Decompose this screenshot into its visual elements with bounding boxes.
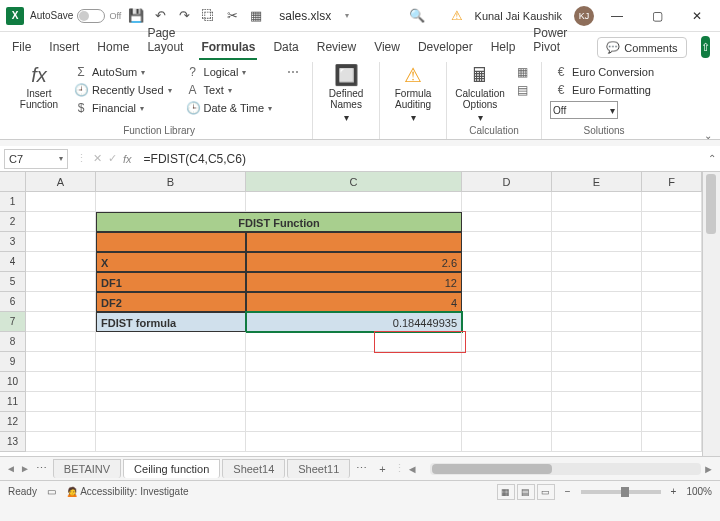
cell[interactable] <box>642 332 702 352</box>
cell[interactable] <box>26 412 96 432</box>
cell[interactable] <box>552 192 642 212</box>
cell[interactable] <box>642 192 702 212</box>
name-box[interactable]: C7▾ <box>4 149 68 169</box>
cell[interactable] <box>26 232 96 252</box>
enter-formula-icon[interactable]: ✓ <box>108 152 117 165</box>
col-header-e[interactable]: E <box>552 172 642 191</box>
cell[interactable] <box>96 332 246 352</box>
cell[interactable] <box>642 272 702 292</box>
cell[interactable] <box>552 232 642 252</box>
cell[interactable] <box>462 212 552 232</box>
normal-view-button[interactable]: ▦ <box>497 484 515 500</box>
euro-conversion-button[interactable]: €Euro Conversion <box>550 64 658 80</box>
cell-df1-value[interactable]: 12 <box>246 272 462 292</box>
tab-file[interactable]: File <box>10 36 33 60</box>
cell[interactable] <box>552 372 642 392</box>
tab-page-layout[interactable]: Page Layout <box>145 22 185 60</box>
cell[interactable] <box>552 272 642 292</box>
cell[interactable] <box>642 292 702 312</box>
formula-expand-icon[interactable]: ⌃ <box>704 153 720 164</box>
autosum-button[interactable]: ΣAutoSum ▾ <box>70 64 176 80</box>
row-header[interactable]: 13 <box>0 432 26 452</box>
date-time-button[interactable]: 🕒Date & Time ▾ <box>182 100 277 116</box>
row-header[interactable]: 6 <box>0 292 26 312</box>
fx-bar-icon[interactable]: fx <box>123 153 132 165</box>
defined-names-button[interactable]: 🔲 Defined Names ▾ <box>321 64 371 123</box>
cell[interactable] <box>552 292 642 312</box>
cell[interactable] <box>26 312 96 332</box>
recently-used-button[interactable]: 🕘Recently Used ▾ <box>70 82 176 98</box>
cell[interactable] <box>26 252 96 272</box>
col-header-b[interactable]: B <box>96 172 246 191</box>
cell[interactable] <box>96 232 246 252</box>
tab-help[interactable]: Help <box>489 36 518 60</box>
close-button[interactable]: ✕ <box>680 2 714 30</box>
col-header-f[interactable]: F <box>642 172 702 191</box>
row-header[interactable]: 8 <box>0 332 26 352</box>
cell[interactable] <box>26 272 96 292</box>
cell[interactable] <box>642 352 702 372</box>
warning-icon[interactable]: ⚠ <box>451 8 463 23</box>
cell[interactable] <box>462 372 552 392</box>
row-header[interactable]: 3 <box>0 232 26 252</box>
user-avatar[interactable]: KJ <box>574 6 594 26</box>
save-icon[interactable]: 💾 <box>127 7 145 25</box>
select-all-corner[interactable] <box>0 172 26 191</box>
cell-formula-label[interactable]: FDIST formula <box>96 312 246 332</box>
autosave-toggle[interactable]: AutoSave Off <box>30 9 121 23</box>
copy-icon[interactable]: ⿻ <box>199 7 217 25</box>
cell[interactable] <box>26 352 96 372</box>
zoom-out-button[interactable]: − <box>565 486 571 497</box>
cell[interactable] <box>552 352 642 372</box>
row-header[interactable]: 12 <box>0 412 26 432</box>
comments-button[interactable]: 💬 Comments <box>597 37 686 58</box>
zoom-slider[interactable] <box>581 490 661 494</box>
cell-formula-result[interactable]: 0.184449935 <box>246 312 462 332</box>
sheet-tab[interactable]: Sheet11 <box>287 459 350 478</box>
formula-auditing-button[interactable]: ⚠ Formula Auditing ▾ <box>388 64 438 123</box>
cell[interactable] <box>642 412 702 432</box>
minimize-button[interactable]: — <box>600 2 634 30</box>
hscroll-left[interactable]: ◄ <box>407 463 418 475</box>
sheet-next-icon[interactable]: ► <box>20 463 30 474</box>
logical-button[interactable]: ?Logical ▾ <box>182 64 277 80</box>
cell[interactable] <box>642 432 702 452</box>
more-functions-button[interactable]: ⋯ <box>282 64 304 80</box>
fdist-title-cell[interactable]: FDIST Function <box>96 212 462 232</box>
col-header-d[interactable]: D <box>462 172 552 191</box>
col-header-a[interactable]: A <box>26 172 96 191</box>
page-break-button[interactable]: ▭ <box>537 484 555 500</box>
financial-button[interactable]: $Financial ▾ <box>70 100 176 116</box>
cell[interactable] <box>26 292 96 312</box>
euro-select[interactable]: Off▾ <box>550 101 618 119</box>
hscroll-right[interactable]: ► <box>703 463 714 475</box>
row-header[interactable]: 1 <box>0 192 26 212</box>
text-button[interactable]: AText ▾ <box>182 82 277 98</box>
cell[interactable] <box>246 192 462 212</box>
tab-data[interactable]: Data <box>271 36 300 60</box>
row-header[interactable]: 4 <box>0 252 26 272</box>
cell[interactable] <box>552 412 642 432</box>
sheet-tab-active[interactable]: Ceiling function <box>123 459 220 478</box>
cell[interactable] <box>552 392 642 412</box>
cell[interactable] <box>462 392 552 412</box>
cell[interactable] <box>26 212 96 232</box>
cell[interactable] <box>462 252 552 272</box>
cell[interactable] <box>642 372 702 392</box>
cell[interactable] <box>642 252 702 272</box>
maximize-button[interactable]: ▢ <box>640 2 674 30</box>
sheet-prev-icon[interactable]: ◄ <box>6 463 16 474</box>
tab-developer[interactable]: Developer <box>416 36 475 60</box>
cell[interactable] <box>96 352 246 372</box>
cell[interactable] <box>462 312 552 332</box>
sheet-tab[interactable]: BETAINV <box>53 459 121 478</box>
formula-input[interactable]: =FDIST(C4,C5,C6) <box>140 152 704 166</box>
row-header[interactable]: 11 <box>0 392 26 412</box>
scrollbar-thumb[interactable] <box>706 174 716 234</box>
row-header[interactable]: 2 <box>0 212 26 232</box>
new-sheet-button[interactable]: + <box>373 463 391 475</box>
cell[interactable] <box>246 352 462 372</box>
cell[interactable] <box>552 252 642 272</box>
cell[interactable] <box>26 332 96 352</box>
cell-df2-value[interactable]: 4 <box>246 292 462 312</box>
